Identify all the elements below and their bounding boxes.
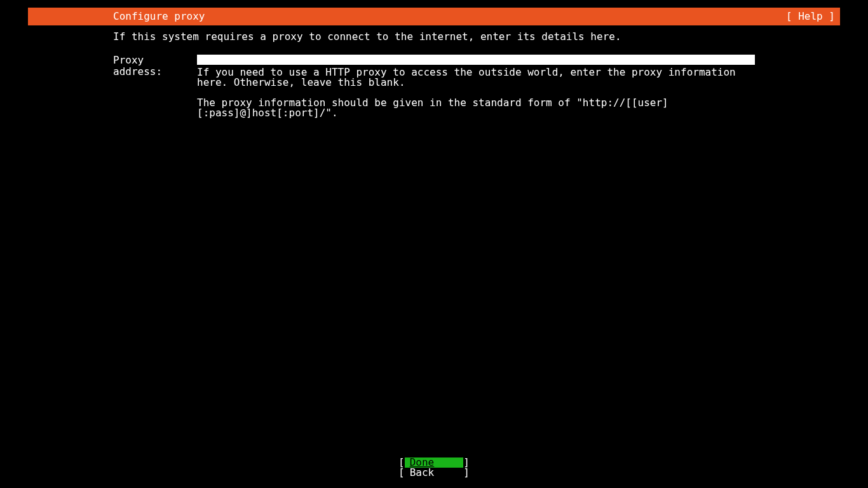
- proxy-address-input[interactable]: [197, 55, 755, 65]
- page-title: Configure proxy: [28, 8, 205, 25]
- footer-buttons: [ Done ] [ Back ]: [0, 458, 868, 478]
- help-paragraph-2: The proxy information should be given in…: [197, 98, 755, 118]
- help-paragraph-1: If you need to use a HTTP proxy to acces…: [197, 67, 755, 88]
- proxy-help-text: If you need to use a HTTP proxy to acces…: [197, 67, 755, 118]
- bracket-close-icon: ]: [463, 468, 470, 478]
- intro-text: If this system requires a proxy to conne…: [113, 30, 755, 43]
- back-button-label: Back: [405, 468, 464, 478]
- main-content: If this system requires a proxy to conne…: [28, 25, 840, 128]
- done-button[interactable]: [ Done ]: [398, 458, 470, 468]
- proxy-address-label: Proxy address:: [113, 55, 197, 78]
- proxy-form-row: Proxy address: If you need to use a HTTP…: [113, 55, 755, 128]
- proxy-input-column: If you need to use a HTTP proxy to acces…: [197, 55, 755, 128]
- bracket-open-icon: [: [398, 468, 405, 478]
- help-button[interactable]: [ Help ]: [786, 8, 840, 25]
- header-bar: Configure proxy [ Help ]: [28, 8, 840, 25]
- back-button[interactable]: [ Back ]: [398, 468, 470, 478]
